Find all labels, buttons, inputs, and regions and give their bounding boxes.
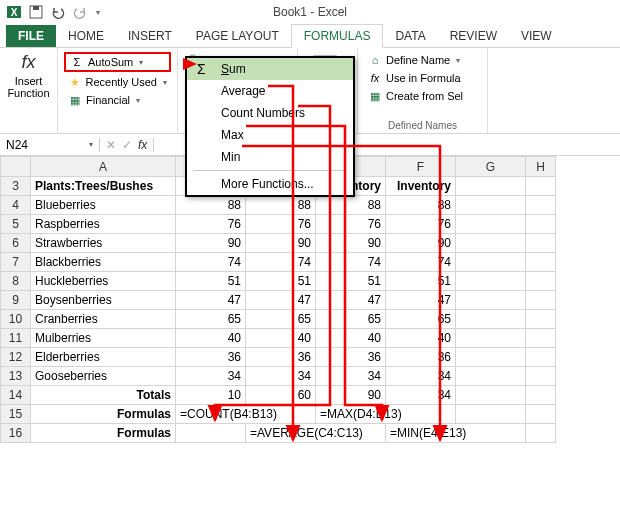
cell[interactable]: 90 (176, 234, 246, 253)
cell[interactable]: Strawberries (31, 234, 176, 253)
save-icon[interactable] (28, 4, 44, 20)
tab-view[interactable]: VIEW (509, 25, 564, 47)
cell[interactable] (456, 253, 526, 272)
cell[interactable] (526, 272, 556, 291)
cell[interactable]: 74 (176, 253, 246, 272)
cell[interactable] (526, 177, 556, 196)
recently-used-button[interactable]: ★ Recently Used ▾ (64, 74, 171, 90)
cell[interactable]: 36 (246, 348, 316, 367)
col-header-h[interactable]: H (526, 157, 556, 177)
tab-file[interactable]: FILE (6, 25, 56, 47)
cell[interactable]: 65 (316, 310, 386, 329)
cell[interactable]: 47 (316, 291, 386, 310)
cell[interactable] (176, 424, 246, 443)
cell[interactable]: 76 (386, 215, 456, 234)
cell[interactable]: 51 (386, 272, 456, 291)
row-header[interactable]: 14 (1, 386, 31, 405)
cell[interactable] (456, 310, 526, 329)
cell[interactable]: Formulas (31, 405, 176, 424)
cell[interactable]: =COUNT(B4:B13) (176, 405, 316, 424)
cell[interactable] (526, 329, 556, 348)
fx-icon[interactable]: fx (138, 138, 147, 152)
row-header[interactable]: 3 (1, 177, 31, 196)
row-header[interactable]: 15 (1, 405, 31, 424)
cell[interactable] (456, 196, 526, 215)
row-header[interactable]: 7 (1, 253, 31, 272)
fx-icon[interactable]: fx (6, 52, 51, 73)
cell[interactable]: 51 (176, 272, 246, 291)
use-in-formula-button[interactable]: fx Use in Formula (364, 70, 481, 86)
cell[interactable]: 51 (316, 272, 386, 291)
cell[interactable]: 34 (386, 386, 456, 405)
cell[interactable]: Raspberries (31, 215, 176, 234)
cell[interactable] (526, 196, 556, 215)
cell[interactable] (456, 348, 526, 367)
cell[interactable]: 76 (246, 215, 316, 234)
cell[interactable]: =MIN(E4:E13) (386, 424, 526, 443)
cell[interactable]: 40 (246, 329, 316, 348)
cell[interactable]: 74 (316, 253, 386, 272)
cell[interactable]: 34 (246, 367, 316, 386)
row-header[interactable]: 9 (1, 291, 31, 310)
row-header[interactable]: 16 (1, 424, 31, 443)
cell[interactable]: 34 (316, 367, 386, 386)
row-header[interactable]: 13 (1, 367, 31, 386)
cell[interactable]: 40 (176, 329, 246, 348)
cell[interactable]: 65 (176, 310, 246, 329)
insert-function-button[interactable]: Insert Function (6, 75, 51, 99)
cell[interactable]: 34 (176, 367, 246, 386)
cell[interactable] (526, 253, 556, 272)
cell[interactable] (526, 234, 556, 253)
cell[interactable] (456, 215, 526, 234)
cell[interactable]: Blueberries (31, 196, 176, 215)
cell[interactable]: 10 (176, 386, 246, 405)
cell[interactable]: Elderberries (31, 348, 176, 367)
row-header[interactable]: 6 (1, 234, 31, 253)
cell[interactable] (456, 367, 526, 386)
cell[interactable]: Mulberries (31, 329, 176, 348)
cell[interactable]: Totals (31, 386, 176, 405)
grid-table[interactable]: A E F G H 3 Plants:Trees/Bushes Inventor… (0, 156, 556, 443)
cell[interactable]: 40 (386, 329, 456, 348)
cell[interactable] (456, 177, 526, 196)
cell[interactable]: =AVERAGE(C4:C13) (246, 424, 386, 443)
cell[interactable]: 74 (246, 253, 316, 272)
menu-more-functions[interactable]: More Functions... (187, 173, 353, 195)
name-box[interactable]: N24 ▾ (0, 138, 100, 152)
cell[interactable]: 76 (316, 215, 386, 234)
select-all-corner[interactable] (1, 157, 31, 177)
undo-icon[interactable] (50, 4, 66, 20)
cell[interactable]: 88 (246, 196, 316, 215)
cell[interactable]: Formulas (31, 424, 176, 443)
cell[interactable]: 65 (246, 310, 316, 329)
cell[interactable] (526, 215, 556, 234)
cell[interactable] (456, 386, 526, 405)
row-header[interactable]: 8 (1, 272, 31, 291)
autosum-button[interactable]: Σ AutoSum ▾ (64, 52, 171, 72)
cell[interactable]: Boysenberries (31, 291, 176, 310)
tab-insert[interactable]: INSERT (116, 25, 184, 47)
cell[interactable]: 47 (176, 291, 246, 310)
cell[interactable]: 47 (386, 291, 456, 310)
row-header[interactable]: 5 (1, 215, 31, 234)
cell[interactable]: Gooseberries (31, 367, 176, 386)
cell[interactable]: 60 (246, 386, 316, 405)
cell[interactable] (526, 291, 556, 310)
row-header[interactable]: 4 (1, 196, 31, 215)
cell[interactable]: 74 (386, 253, 456, 272)
col-header-a[interactable]: A (31, 157, 176, 177)
cell[interactable]: Plants:Trees/Bushes (31, 177, 176, 196)
cell[interactable]: 88 (176, 196, 246, 215)
cell[interactable]: 88 (316, 196, 386, 215)
financial-button[interactable]: ▦ Financial ▾ (64, 92, 171, 108)
menu-count-numbers[interactable]: Count Numbers (187, 102, 353, 124)
cell[interactable]: 90 (316, 234, 386, 253)
cell[interactable]: Blackberries (31, 253, 176, 272)
cell[interactable]: 36 (386, 348, 456, 367)
cell[interactable]: 90 (246, 234, 316, 253)
col-header-g[interactable]: G (456, 157, 526, 177)
define-name-button[interactable]: ⌂ Define Name ▾ (364, 52, 481, 68)
menu-average[interactable]: Average (187, 80, 353, 102)
cell[interactable] (456, 272, 526, 291)
cell[interactable]: 90 (386, 234, 456, 253)
